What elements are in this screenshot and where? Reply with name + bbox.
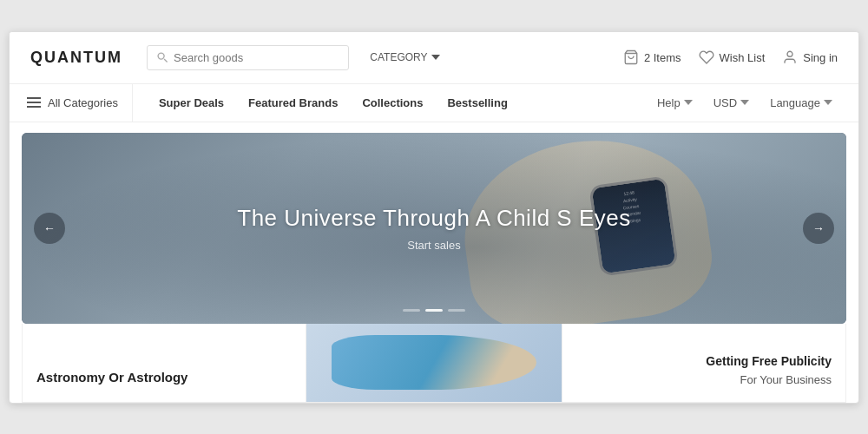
logo: QUANTUM [30,49,122,67]
hero-dot-3[interactable] [448,309,465,312]
nav-currency[interactable]: USD [705,96,758,109]
card-publicity[interactable]: Getting Free Publicity For Your Business [562,324,846,403]
chevron-down-icon [740,98,749,107]
card-center-image [306,324,562,403]
hero-dots [403,309,465,312]
wishlist-action[interactable]: Wish List [699,49,766,65]
nav-link-featuredbrands[interactable]: Featured Brands [236,84,350,122]
card-arm-decoration [332,335,536,390]
signin-label: Sing in [803,51,838,64]
wishlist-label: Wish List [720,51,766,64]
card-publicity-title: Getting Free Publicity [576,353,832,369]
all-categories-label: All Categories [48,96,118,109]
nav-right: Help USD Language [648,96,841,109]
hamburger-icon [27,97,41,108]
card-astronomy[interactable]: Astronomy Or Astrology [22,324,306,403]
card-publicity-subtitle: For Your Business [576,373,832,386]
cards-row: Astronomy Or Astrology Getting Free Publ… [22,324,846,403]
hero-dot-2[interactable] [425,309,443,312]
search-icon [156,51,168,63]
nav-link-collections[interactable]: Collections [350,84,435,122]
chevron-down-icon [824,98,832,107]
signin-action[interactable]: Sing in [782,49,838,65]
nav-help[interactable]: Help [648,96,701,109]
cart-icon [623,49,639,65]
hero-content: The Universe Through A Child S Eyes Star… [22,133,846,324]
svg-line-1 [164,59,168,62]
nav-link-superdeals[interactable]: Super Deals [147,84,236,122]
hero-slider: 12:48 Activity Courses Calendar Settings… [22,133,846,324]
heart-icon [699,49,714,65]
header: QUANTUM CATEGORY 2 Items [10,32,858,84]
main-nav: All Categories Super Deals Featured Bran… [10,84,858,122]
card-astronomy-title: Astronomy Or Astrology [36,369,292,386]
user-icon [782,49,798,65]
all-categories-nav[interactable]: All Categories [27,84,133,122]
nav-link-bestselling[interactable]: Bestselling [435,84,519,122]
svg-point-3 [787,51,792,56]
hero-dot-1[interactable] [403,309,420,312]
page-wrapper: QUANTUM CATEGORY 2 Items [9,31,859,404]
chevron-down-icon [431,53,440,62]
hero-title: The Universe Through A Child S Eyes [237,205,630,232]
cart-label: 2 Items [644,51,681,64]
cart-action[interactable]: 2 Items [623,49,681,65]
search-bar[interactable] [147,45,349,70]
svg-point-0 [158,53,164,59]
category-button[interactable]: CATEGORY [370,51,439,63]
nav-language[interactable]: Language [761,96,841,109]
search-input[interactable] [174,51,339,64]
header-actions: 2 Items Wish List Sing in [623,49,838,65]
card-image [306,324,562,402]
hero-cta[interactable]: Start sales [407,239,460,252]
chevron-down-icon [684,98,693,107]
